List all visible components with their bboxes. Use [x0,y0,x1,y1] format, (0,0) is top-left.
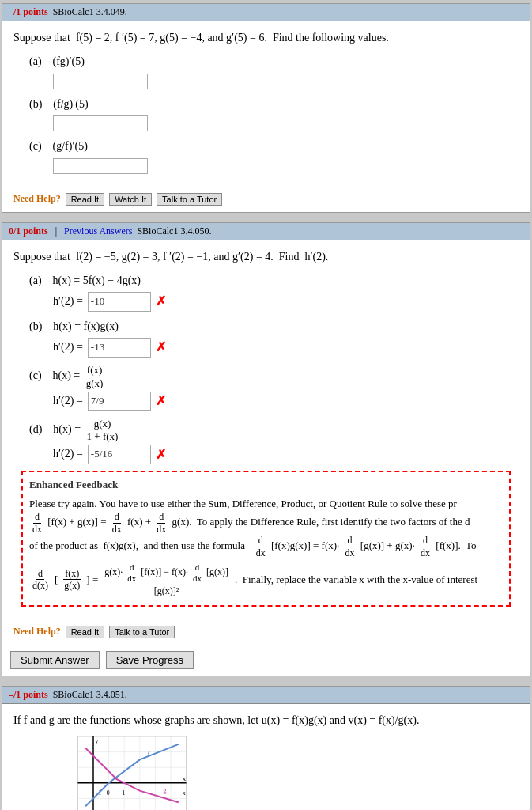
problem-1-body: Suppose that f(5) = 2, f ′(5) = 7, g(5) … [2,21,530,188]
need-help-label-2: Need Help? [13,626,61,638]
part-a-answer-row: h′(2) = -10 ✗ [53,291,519,312]
problem-3-statement: If f and g are the functions whose graph… [13,712,519,729]
part-c-answer-row: h′(2) = 7/9 ✗ [53,391,519,411]
part-c-fraction: f(x) g(x) [85,364,105,389]
need-help-label-1: Need Help? [13,193,61,205]
part-a-hx: (a) h(x) = 5f(x) − 4g(x) [29,272,519,290]
part-b-answer-row: h′(2) = -13 ✗ [53,337,519,358]
enhanced-feedback: Enhanced Feedback Please try again. You … [21,471,511,606]
problem-3-source: SBioCalc1 3.4.051. [53,689,127,701]
problem-2: 0/1 points | Previous Answers SBioCalc1 … [2,222,530,676]
problem-2-statement: Suppose that f(2) = −5, g(2) = 3, f ′(2)… [13,248,519,266]
part-b-expr: (f/g)′(5) [53,98,88,110]
part-d-answer-row: h′(2) = -5/16 ✗ [53,445,519,465]
problem-2-part-a: (a) h(x) = 5f(x) − 4g(x) h′(2) = -10 ✗ [29,272,519,312]
problem-2-part-d: (d) h(x) = g(x) 1 + f(x) h′(2) = -5/16 ✗ [29,418,519,465]
prev-answers-link[interactable]: Previous Answers [64,225,132,237]
ef-text3: of the product as f(x)g(x), and then use… [29,535,503,558]
graph-svg: x y −1 0 1 x f g [77,736,187,810]
part-c-label: (c) [29,140,50,152]
part-b-answer: -13 [88,338,151,358]
problem-2-help: Need Help? Read It Talk to a Tutor [2,621,530,645]
part-a-label: (a) [29,55,50,67]
read-it-btn-2[interactable]: Read It [66,626,104,638]
svg-text:y: y [95,736,99,744]
part-d-hlabel: h′(2) = [53,445,83,463]
problem-1-part-c: (c) (g/f)′(5) [29,138,519,173]
part-c-hx: (c) h(x) = f(x) g(x) [29,364,519,389]
ef-formula-row: d d(x) [ f(x) g(x) ] = g(x)· d dx [29,562,503,597]
problem-1-header: –/1 points SBioCalc1 3.4.049. [2,4,530,21]
problem-2-part-c: (c) h(x) = f(x) g(x) h′(2) = 7/9 ✗ [29,364,519,411]
part-c-wrong: ✗ [156,391,166,411]
ef-frac-big: g(x)· d dx [f(x)] − f(x)· d dx [g(x)] [g… [103,562,230,597]
problem-3-points: –/1 points [9,689,48,701]
svg-text:0: 0 [107,789,110,797]
ef-title: Enhanced Feedback [29,477,503,493]
svg-text:x: x [183,774,187,782]
ef-frac-d: d dx [31,511,43,535]
problem-2-header: 0/1 points | Previous Answers SBioCalc1 … [2,223,530,240]
problem-3-header: –/1 points SBioCalc1 3.4.051. [2,687,530,704]
save-progress-btn[interactable]: Save Progress [106,651,194,669]
part-b-hlabel: h′(2) = [53,339,83,356]
ef-frac-d4: d dx [255,535,267,558]
talk-tutor-btn-2[interactable]: Talk to a Tutor [109,626,175,638]
graph-container: x y −1 0 1 x f g [77,736,187,810]
ef-text1: Please try again. You have to use either… [29,496,503,512]
watch-it-btn-1[interactable]: Watch It [109,193,152,206]
read-it-btn-1[interactable]: Read It [66,193,104,206]
problem-3: –/1 points SBioCalc1 3.4.051. If f and g… [2,686,530,810]
problem-2-points: 0/1 points [9,225,48,237]
ef-frac-d5: d dx [344,535,357,558]
part-b-label: (b) [29,98,51,110]
part-c-input[interactable] [53,158,148,174]
submit-row: Submit Answer Save Progress [2,645,530,676]
part-b-wrong: ✗ [156,337,166,358]
ef-frac-d3: d dx [155,511,168,535]
part-a-answer: -10 [88,292,151,312]
svg-text:f: f [148,750,150,758]
ef-ddx-span: d dx [f(x) + g(x)] = d dx f(x) + d dx g(… [29,516,470,528]
separator-1 [0,216,532,219]
part-c-hlabel: h′(2) = [53,392,83,410]
submit-answer-btn[interactable]: Submit Answer [10,651,100,669]
ef-text2: d dx [f(x) + g(x)] = d dx f(x) + d dx g(… [29,511,503,535]
part-a-expr: (fg)′(5) [53,55,85,67]
part-d-fraction: g(x) 1 + f(x) [85,418,120,443]
problem-1-help: Need Help? Read It Watch It Talk to a Tu… [2,188,530,212]
problem-3-body: If f and g are the functions whose graph… [2,704,530,810]
separator-2 [0,679,532,683]
part-a-hlabel: h′(2) = [53,293,83,310]
part-d-hx: (d) h(x) = g(x) 1 + f(x) [29,418,519,443]
part-a-wrong: ✗ [156,291,166,312]
svg-text:x: x [183,789,186,797]
talk-tutor-btn-1[interactable]: Talk to a Tutor [157,193,222,206]
problem-2-source: SBioCalc1 3.4.050. [137,225,211,237]
part-d-answer: -5/16 [88,445,151,464]
problem-2-body: Suppose that f(2) = −5, g(2) = 3, f ′(2)… [2,240,530,621]
part-b-input[interactable] [53,115,148,131]
ef-frac-d6: d dx [419,535,432,558]
part-c-expr: (g/f)′(5) [53,140,88,152]
problem-1-part-a: (a) (fg)′(5) [29,53,519,89]
part-a-input[interactable] [53,74,148,89]
ef-frac-fg: f(x) g(x) [62,568,81,592]
separator-pipe: | [53,225,59,237]
svg-text:1: 1 [122,789,125,797]
ef-frac-d2: d dx [111,511,123,535]
problem-2-part-b: (b) h(x) = f(x)g(x) h′(2) = -13 ✗ [29,318,519,358]
problem-1-statement: Suppose that f(5) = 2, f ′(5) = 7, g(5) … [13,29,519,47]
problem-1-part-b: (b) (f/g)′(5) [29,96,519,131]
part-b-hx: (b) h(x) = f(x)g(x) [29,318,519,335]
part-d-wrong: ✗ [156,445,166,465]
ef-frac-outer: d d(x) [31,568,50,592]
svg-text:g: g [163,786,167,794]
problem-1-source: SBioCalc1 3.4.049. [53,6,127,18]
part-c-answer: 7/9 [88,392,151,411]
problem-1: –/1 points SBioCalc1 3.4.049. Suppose th… [2,3,530,213]
problem-1-points: –/1 points [9,6,48,18]
